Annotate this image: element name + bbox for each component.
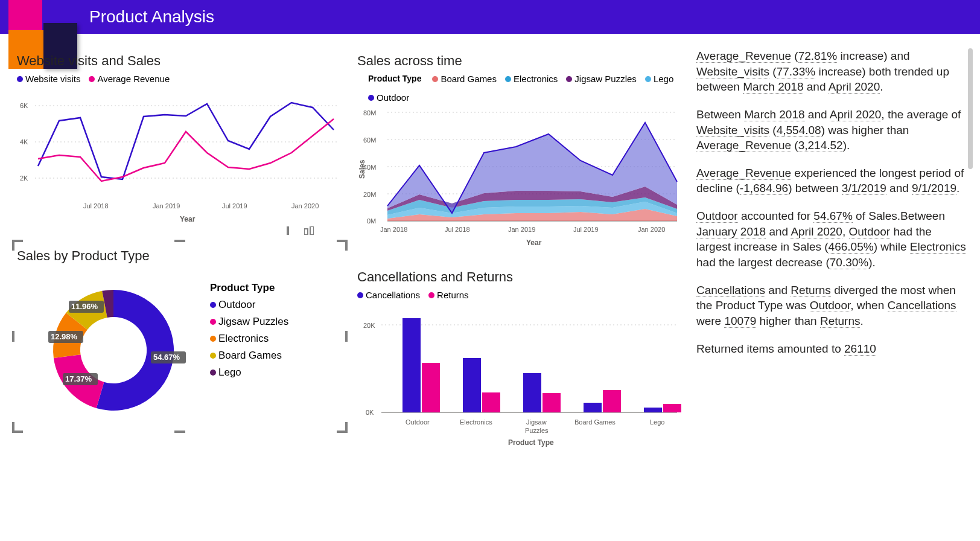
- svg-text:Puzzles: Puzzles: [525, 427, 549, 434]
- svg-text:0K: 0K: [366, 409, 374, 416]
- legend-label[interactable]: Cancellations: [366, 290, 420, 300]
- legend-label[interactable]: Lego: [654, 74, 673, 84]
- chart2-legend: Product Type Board Games Electronics Jig…: [357, 74, 683, 103]
- svg-text:Year: Year: [180, 215, 196, 223]
- narrative-line: Cancellations and Returns diverged the m…: [696, 283, 968, 329]
- chart-sales-by-product-type[interactable]: Sales by Product Type 54.67% 17.37%: [12, 240, 348, 433]
- legend-label[interactable]: Jigsaw Puzzles: [574, 74, 637, 84]
- resize-handle[interactable]: [337, 240, 348, 251]
- svg-text:Jan 2018: Jan 2018: [380, 226, 407, 233]
- chart-cancellations-returns[interactable]: Cancellations and Returns Cancellations …: [352, 264, 688, 462]
- chart2-title: Sales across time: [357, 53, 683, 69]
- svg-text:20M: 20M: [363, 191, 376, 198]
- dot-icon: [89, 76, 95, 82]
- chart-sales-across-time[interactable]: Sales across time Product Type Board Gam…: [352, 48, 688, 258]
- legend-label[interactable]: Average Revenue: [97, 74, 170, 84]
- svg-text:80M: 80M: [363, 109, 376, 117]
- chart4-legend: Cancellations Returns: [357, 290, 683, 300]
- svg-text:11.96%: 11.96%: [71, 302, 98, 311]
- narrative-line: Outdoor accounted for 54.67% of Sales.Be…: [696, 208, 968, 270]
- svg-text:Sales: Sales: [358, 159, 366, 179]
- svg-text:Jigsaw: Jigsaw: [526, 418, 547, 426]
- legend-label[interactable]: Board Games: [441, 74, 497, 84]
- resize-handle[interactable]: [337, 422, 348, 433]
- resize-handle[interactable]: [174, 431, 185, 433]
- svg-text:4K: 4K: [20, 138, 28, 146]
- legend-label[interactable]: Outdoor: [218, 299, 255, 311]
- svg-rect-48: [402, 318, 421, 412]
- svg-rect-49: [422, 363, 440, 412]
- svg-text:60M: 60M: [363, 136, 376, 144]
- legend-label[interactable]: Returns: [437, 290, 469, 300]
- drill-expand-icon[interactable]: [304, 226, 314, 235]
- narrative-line: Returned items amounted to 26110: [696, 341, 968, 357]
- svg-rect-12: [304, 229, 308, 235]
- header-bar: Product Analysis: [0, 0, 980, 34]
- legend-label[interactable]: Jigsaw Puzzles: [218, 316, 288, 328]
- legend-label[interactable]: Lego: [218, 367, 241, 379]
- drilldown-icon[interactable]: [284, 226, 293, 235]
- narrative-line: Between March 2018 and April 2020, the a…: [696, 107, 968, 153]
- svg-text:54.67%: 54.67%: [153, 353, 180, 362]
- svg-text:Jul 2019: Jul 2019: [222, 202, 247, 210]
- svg-text:Electronics: Electronics: [460, 418, 492, 426]
- resize-handle[interactable]: [174, 240, 185, 242]
- narrative-line: Average_Revenue experienced the longest …: [696, 165, 968, 196]
- legend-title: Product Type: [210, 282, 288, 294]
- svg-text:Outdoor: Outdoor: [406, 418, 430, 426]
- legend-label[interactable]: Board Games: [218, 350, 282, 362]
- svg-text:Year: Year: [526, 238, 542, 247]
- svg-rect-53: [542, 393, 561, 412]
- legend-label[interactable]: Electronics: [218, 333, 269, 345]
- svg-text:0M: 0M: [367, 217, 376, 225]
- svg-rect-57: [663, 404, 681, 412]
- svg-rect-54: [584, 403, 602, 412]
- svg-text:Jan 2020: Jan 2020: [638, 226, 665, 233]
- resize-handle[interactable]: [12, 422, 23, 433]
- svg-text:Jul 2018: Jul 2018: [83, 202, 109, 210]
- svg-rect-52: [523, 373, 541, 412]
- chart1-svg: 6K 4K 2K Jul 2018 Jan 2019 Jul 2019 Jan …: [17, 88, 343, 226]
- svg-text:Jul 2019: Jul 2019: [573, 226, 599, 233]
- legend-title: Product Type: [368, 74, 421, 84]
- legend-label[interactable]: Outdoor: [377, 92, 409, 103]
- chart-website-visits-sales[interactable]: Website visits and Sales Website visits …: [12, 48, 348, 234]
- chart4-svg: 20K 0K Outdoor Electronics JigsawPuzzles…: [357, 304, 683, 455]
- svg-rect-55: [603, 390, 621, 412]
- svg-text:20K: 20K: [363, 322, 375, 329]
- svg-rect-51: [482, 392, 500, 412]
- svg-text:Jan 2019: Jan 2019: [508, 226, 535, 233]
- svg-text:Lego: Lego: [650, 418, 664, 426]
- chart3-legend: Product Type Outdoor Jigsaw Puzzles Elec…: [210, 269, 288, 426]
- svg-text:17.37%: 17.37%: [65, 374, 92, 383]
- resize-handle[interactable]: [12, 331, 14, 342]
- dot-icon: [17, 76, 23, 82]
- narrative-line: Average_Revenue (72.81% increase) and We…: [696, 48, 968, 95]
- svg-text:Board Games: Board Games: [574, 418, 616, 426]
- chart3-title: Sales by Product Type: [17, 248, 343, 264]
- resize-handle[interactable]: [12, 240, 23, 251]
- svg-text:Jul 2018: Jul 2018: [445, 226, 470, 233]
- chart2-svg: 80M 60M 40M 20M 0M Jan 2018 Jul 2018 Jan…: [357, 106, 683, 251]
- svg-rect-50: [463, 358, 481, 412]
- svg-text:Product Type: Product Type: [508, 438, 554, 447]
- legend-label[interactable]: Website visits: [25, 74, 80, 84]
- chart1-legend: Website visits Average Revenue: [17, 74, 343, 84]
- chart1-title: Website visits and Sales: [17, 53, 343, 69]
- svg-text:Jan 2020: Jan 2020: [291, 202, 319, 210]
- resize-handle[interactable]: [345, 331, 348, 342]
- svg-text:12.98%: 12.98%: [51, 332, 78, 341]
- svg-text:6K: 6K: [20, 102, 28, 109]
- page-title: Product Analysis: [89, 7, 214, 27]
- svg-rect-13: [310, 226, 314, 235]
- svg-rect-56: [644, 408, 662, 412]
- svg-rect-11: [287, 226, 289, 235]
- legend-label[interactable]: Electronics: [514, 74, 558, 84]
- svg-text:Jan 2019: Jan 2019: [153, 202, 180, 210]
- scrollbar[interactable]: [968, 48, 973, 169]
- chart4-title: Cancellations and Returns: [357, 269, 683, 285]
- donut-svg: 54.67% 17.37% 12.98% 11.96%: [17, 269, 210, 426]
- narrative-panel[interactable]: Average_Revenue (72.81% increase) and We…: [688, 48, 974, 535]
- svg-text:2K: 2K: [20, 174, 28, 182]
